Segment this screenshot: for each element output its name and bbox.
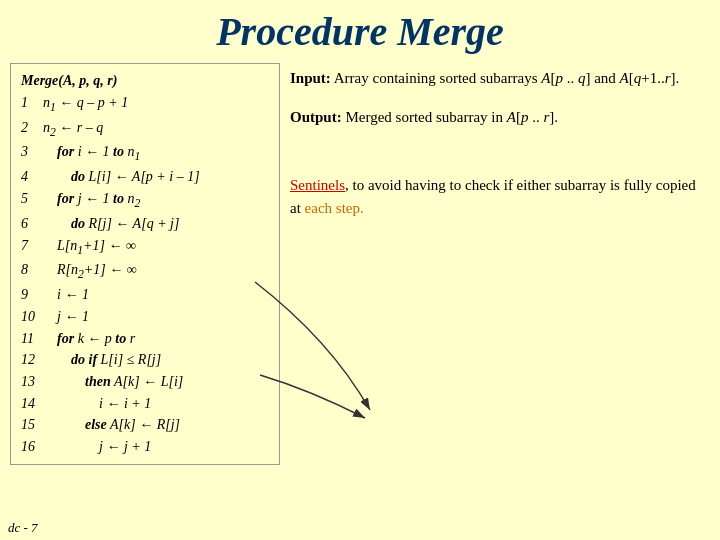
code-line-15: 15 else A[k] ← R[j]	[21, 414, 269, 436]
input-description: Input: Array containing sorted subarrays…	[290, 67, 710, 90]
code-line-6: 6 do R[j] ← A[q + j]	[21, 213, 269, 235]
header-text: Merge(A, p, q, r)	[21, 70, 117, 92]
output-description: Output: Merged sorted subarray in A[p ..…	[290, 106, 710, 129]
pseudocode-box: Merge(A, p, q, r) 1 n1 ← q – p + 1 2 n2 …	[10, 63, 280, 465]
page-title: Procedure Merge	[0, 0, 720, 63]
code-line-10: 10 j ← 1	[21, 306, 269, 328]
code-line-4: 4 do L[i] ← A[p + i – 1]	[21, 166, 269, 188]
code-line-2: 2 n2 ← r – q	[21, 117, 269, 142]
code-line-14: 14 i ← i + 1	[21, 393, 269, 415]
output-label: Output:	[290, 109, 342, 125]
footer-label: dc - 7	[8, 520, 38, 536]
code-line-11: 11 for k ← p to r	[21, 328, 269, 350]
main-content: Merge(A, p, q, r) 1 n1 ← q – p + 1 2 n2 …	[0, 63, 720, 465]
code-line-8: 8 R[n2+1] ← ∞	[21, 259, 269, 284]
code-line-3: 3 for i ← 1 to n1	[21, 141, 269, 166]
code-line-16: 16 j ← j + 1	[21, 436, 269, 458]
code-line-13: 13 then A[k] ← L[i]	[21, 371, 269, 393]
pseudocode-header: Merge(A, p, q, r)	[21, 70, 269, 92]
input-label: Input:	[290, 70, 331, 86]
each-step-highlight: each step.	[305, 200, 364, 216]
code-line-1: 1 n1 ← q – p + 1	[21, 92, 269, 117]
right-panel: Input: Array containing sorted subarrays…	[290, 63, 710, 465]
code-line-9: 9 i ← 1	[21, 284, 269, 306]
sentinel-description: Sentinels, to avoid having to check if e…	[290, 174, 710, 219]
code-line-12: 12 do if L[i] ≤ R[j]	[21, 349, 269, 371]
sentinel-word: Sentinels	[290, 177, 345, 193]
code-line-7: 7 L[n1+1] ← ∞	[21, 235, 269, 260]
code-line-5: 5 for j ← 1 to n2	[21, 188, 269, 213]
